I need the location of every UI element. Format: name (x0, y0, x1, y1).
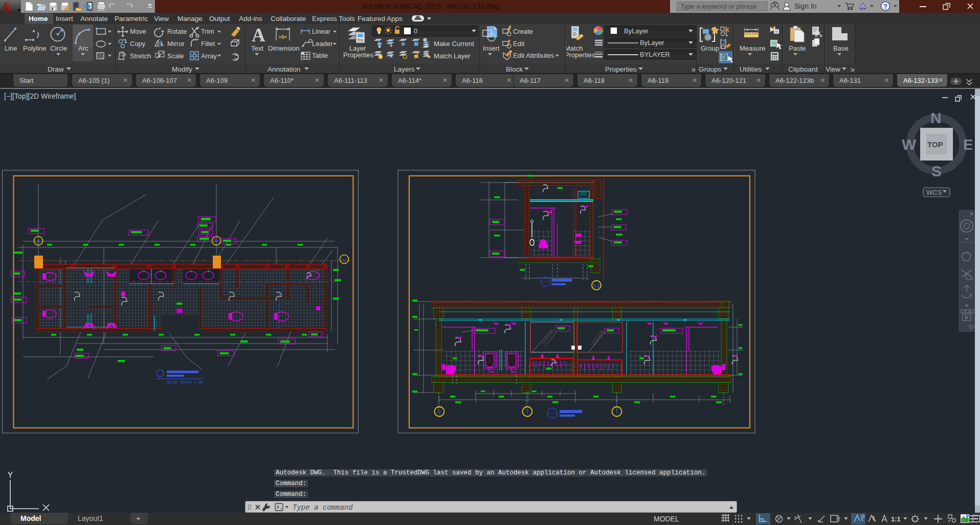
svg-text:Utilities: Utilities (740, 65, 762, 73)
svg-text:Type a command: Type a command (293, 504, 353, 512)
svg-text:W: W (902, 136, 917, 153)
svg-text:Dimension: Dimension (268, 44, 299, 52)
svg-text:Groups: Groups (699, 65, 722, 73)
svg-text:T: T (615, 409, 618, 415)
svg-text:Stretch: Stretch (130, 52, 151, 60)
svg-text:Insert: Insert (483, 44, 500, 52)
svg-text:ByLayer: ByLayer (640, 39, 664, 47)
svg-text:Make Current: Make Current (434, 40, 474, 48)
svg-text:Properties: Properties (605, 65, 637, 73)
svg-text:Rotate: Rotate (167, 28, 187, 35)
svg-text:Layers: Layers (394, 65, 415, 73)
svg-text:Line: Line (5, 44, 17, 52)
svg-text:Array: Array (201, 52, 217, 60)
svg-text:Properties: Properties (565, 51, 595, 59)
svg-text:E: E (963, 136, 972, 153)
svg-text:U: U (343, 257, 346, 262)
svg-text:A: A (1, 0, 12, 13)
svg-text:T: T (526, 409, 529, 415)
svg-text:Copy: Copy (130, 40, 146, 48)
svg-text:1:1: 1:1 (891, 515, 901, 523)
svg-text:Match Layer: Match Layer (434, 52, 471, 60)
svg-text:Draw: Draw (48, 65, 64, 73)
svg-text:S: S (931, 163, 942, 179)
svg-text:Polyline: Polyline (23, 44, 47, 52)
svg-text:Circle: Circle (50, 44, 67, 52)
svg-text:Trim: Trim (201, 28, 214, 35)
svg-text:Linear: Linear (312, 28, 331, 35)
svg-text:MODEL: MODEL (654, 515, 679, 523)
svg-text:Base: Base (833, 44, 849, 52)
svg-text:Arc: Arc (78, 44, 88, 52)
svg-text:WCS: WCS (926, 189, 942, 196)
svg-text:Edit: Edit (513, 40, 525, 48)
svg-text:0: 0 (414, 27, 417, 35)
svg-text:Measure: Measure (740, 44, 766, 52)
svg-text:Text: Text (251, 44, 263, 52)
svg-text:Annotation: Annotation (268, 65, 301, 73)
svg-text:Move: Move (130, 28, 146, 35)
svg-text:Modify: Modify (172, 65, 192, 73)
svg-text:N: N (930, 109, 942, 126)
svg-text:S: S (37, 239, 40, 244)
svg-text:Table: Table (312, 52, 328, 59)
svg-text:Group: Group (701, 44, 719, 52)
svg-text:View: View (826, 65, 840, 73)
svg-text:Mirror: Mirror (167, 40, 185, 48)
svg-text:ByLayer: ByLayer (624, 27, 649, 35)
svg-text:A6-132 SKALA 1 : 60: A6-132 SKALA 1 : 60 (167, 380, 203, 384)
svg-text:Block: Block (506, 65, 523, 73)
svg-text:A: A (252, 25, 265, 45)
svg-text:Clipboard: Clipboard (788, 65, 818, 73)
svg-text:S: S (437, 409, 441, 415)
svg-text:3.2: 3.2 (593, 283, 600, 288)
svg-text:Sign In: Sign In (794, 2, 817, 10)
svg-text:Create: Create (513, 28, 533, 35)
svg-text:Edit Attributes: Edit Attributes (513, 52, 554, 59)
svg-text:Fillet: Fillet (201, 40, 215, 48)
svg-text:TOP: TOP (927, 140, 943, 149)
svg-text:Leader: Leader (312, 40, 333, 48)
svg-text:Properties: Properties (343, 51, 374, 59)
svg-text:BYLAYER: BYLAYER (640, 51, 670, 58)
svg-text:?: ? (883, 3, 887, 10)
svg-text:T: T (215, 239, 218, 244)
svg-text:Scale: Scale (167, 52, 184, 60)
svg-text:Paste: Paste (789, 44, 806, 52)
